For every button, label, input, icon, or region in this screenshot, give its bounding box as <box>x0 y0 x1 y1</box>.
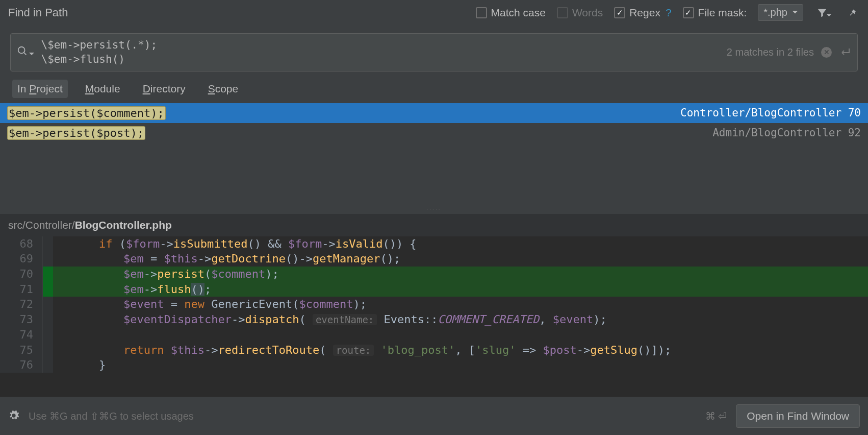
code-line: 69$em = $this->getDoctrine()->getManager… <box>0 251 868 267</box>
code-content: $em->flush(); <box>53 282 211 297</box>
result-location: Admin/BlogController 92 <box>712 127 861 139</box>
tab-in-project[interactable]: In Project <box>12 80 68 98</box>
gear-icon[interactable] <box>8 410 19 423</box>
result-row[interactable]: $em->persist($post);Admin/BlogController… <box>0 123 868 143</box>
code-content: $em->persist($comment); <box>53 267 279 282</box>
file-mask-dropdown[interactable]: *.php <box>758 4 803 21</box>
words-checkbox: Words <box>557 7 603 19</box>
code-content: $eventDispatcher->dispatch( eventName: E… <box>53 312 607 327</box>
search-query[interactable]: \$em->persist(.*); \$em->flush() <box>41 38 720 67</box>
result-location: Controller/BlogController 70 <box>680 107 861 119</box>
dialog-title: Find in Path <box>8 6 68 19</box>
code-preview[interactable]: 68if ($form->isSubmitted() && $form->isV… <box>0 236 868 397</box>
regex-label: Regex <box>629 7 660 19</box>
gutter-strip <box>43 282 53 297</box>
result-row[interactable]: $em->persist($comment);Controller/BlogCo… <box>0 103 868 123</box>
words-label: Words <box>572 7 603 19</box>
match-case-label: Match case <box>491 7 546 19</box>
code-line: 75return $this->redirectToRoute( route: … <box>0 343 868 358</box>
gutter-strip <box>43 236 53 252</box>
line-number: 76 <box>0 357 43 373</box>
checkbox-icon: ✓ <box>614 7 625 18</box>
code-content: $em = $this->getDoctrine()->getManager()… <box>53 251 400 267</box>
line-number: 71 <box>0 282 43 297</box>
code-line: 68if ($form->isSubmitted() && $form->isV… <box>0 236 868 252</box>
result-code: $em->persist($post); <box>7 126 145 140</box>
code-line: 70$em->persist($comment); <box>0 267 868 282</box>
scope-tabs: In ProjectModuleDirectoryScope <box>0 77 868 103</box>
line-number: 68 <box>0 236 43 252</box>
code-line: 76} <box>0 357 868 373</box>
results-list: $em->persist($comment);Controller/BlogCo… <box>0 103 868 143</box>
gutter-strip <box>43 312 53 327</box>
code-content: if ($form->isSubmitted() && $form->isVal… <box>53 236 417 252</box>
gutter-strip <box>43 251 53 267</box>
regex-help-icon[interactable]: ? <box>666 7 672 19</box>
gutter-strip <box>43 357 53 373</box>
path-prefix: src/Controller/ <box>8 219 75 231</box>
line-number: 74 <box>0 327 43 343</box>
code-line: 71$em->flush(); <box>0 282 868 297</box>
search-field[interactable]: \$em->persist(.*); \$em->flush() 2 match… <box>10 33 858 71</box>
checkbox-icon <box>476 7 487 18</box>
checkbox-icon: ✓ <box>683 7 694 18</box>
splitter-handle[interactable] <box>0 204 868 214</box>
file-mask-checkbox[interactable]: ✓ File mask: <box>683 7 747 19</box>
open-in-find-window-button[interactable]: Open in Find Window <box>736 404 860 428</box>
code-content <box>53 327 123 343</box>
line-number: 69 <box>0 251 43 267</box>
tab-module[interactable]: Module <box>80 80 125 98</box>
match-case-checkbox[interactable]: Match case <box>476 7 546 19</box>
code-content: $event = new GenericEvent($comment); <box>53 297 367 312</box>
footer-hint: Use ⌘G and ⇧⌘G to select usages <box>29 410 194 422</box>
regex-checkbox[interactable]: ✓ Regex ? <box>614 7 671 19</box>
gutter-strip <box>43 267 53 282</box>
line-number: 75 <box>0 343 43 358</box>
shortcut-hint: ⌘ ⏎ <box>705 410 727 422</box>
pin-icon[interactable] <box>845 5 860 20</box>
svg-line-1 <box>24 53 27 55</box>
checkbox-icon <box>557 7 568 18</box>
line-number: 70 <box>0 267 43 282</box>
code-line: 73$eventDispatcher->dispatch( eventName:… <box>0 312 868 327</box>
footer: Use ⌘G and ⇧⌘G to select usages ⌘ ⏎ Open… <box>0 397 868 435</box>
clear-icon[interactable]: ✕ <box>821 47 832 58</box>
filename: BlogController.php <box>75 219 172 231</box>
filter-icon[interactable] <box>814 5 833 20</box>
gutter-strip <box>43 297 53 312</box>
code-content: } <box>53 357 106 373</box>
code-line: 72$event = new GenericEvent($comment); <box>0 297 868 312</box>
tab-scope[interactable]: Scope <box>203 80 244 98</box>
line-number: 72 <box>0 297 43 312</box>
tab-directory[interactable]: Directory <box>138 80 191 98</box>
file-mask-label: File mask: <box>698 7 747 19</box>
enter-icon <box>839 46 851 58</box>
preview-file-path: src/Controller/BlogController.php <box>0 214 868 236</box>
gutter-strip <box>43 343 53 358</box>
titlebar: Find in Path Match case Words ✓ Regex ? … <box>0 0 868 25</box>
gutter-strip <box>43 327 53 343</box>
match-count: 2 matches in 2 files <box>727 46 814 58</box>
code-content: return $this->redirectToRoute( route: 'b… <box>53 343 671 358</box>
line-number: 73 <box>0 312 43 327</box>
code-line: 74 <box>0 327 868 343</box>
svg-point-0 <box>18 47 25 54</box>
search-icon[interactable] <box>17 45 34 59</box>
result-code: $em->persist($comment); <box>7 106 166 120</box>
